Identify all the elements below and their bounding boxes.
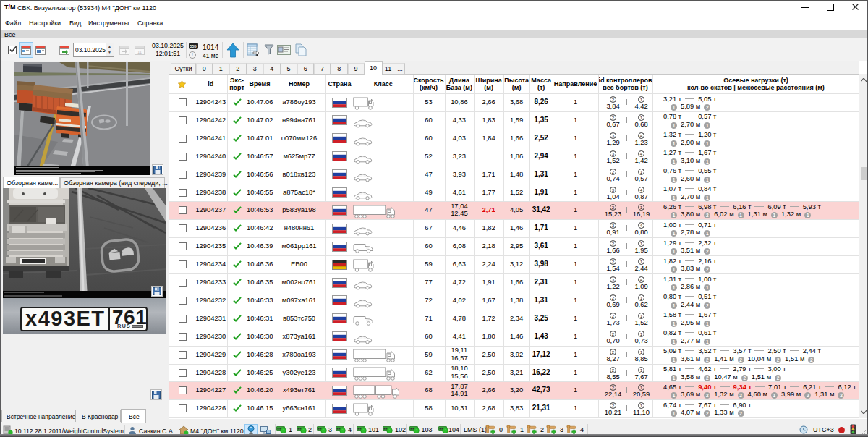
svg-text:11: 11	[137, 50, 142, 54]
